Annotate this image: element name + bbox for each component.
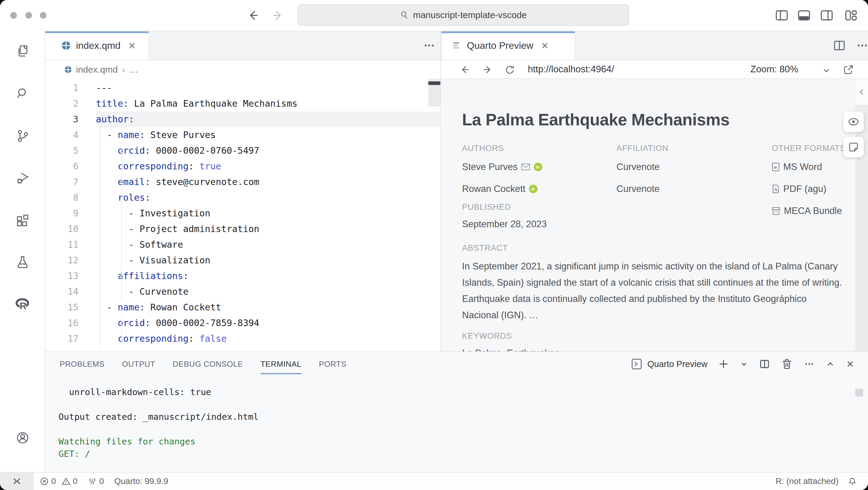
problems-status[interactable]: 0 0	[40, 477, 78, 486]
r-language-icon[interactable]: R	[16, 297, 30, 312]
orcid-icon[interactable]: iD	[534, 163, 542, 171]
testing-beaker-icon[interactable]	[16, 255, 30, 269]
bottom-panel: PROBLEMSOUTPUTDEBUG CONSOLETERMINALPORTS…	[45, 351, 868, 472]
split-terminal-icon[interactable]	[758, 358, 771, 370]
pdf-file-icon: A	[772, 185, 780, 193]
code-editor[interactable]: 1 --- 2 title: La Palma Earthquake Mecha…	[45, 79, 440, 351]
toggle-panel-icon[interactable]	[797, 8, 811, 23]
minimize-window-button[interactable]	[25, 12, 32, 19]
panel-tab[interactable]: TERMINAL	[260, 352, 301, 376]
preview-back-icon[interactable]	[459, 64, 471, 76]
open-external-icon[interactable]	[842, 64, 855, 76]
toggle-secondary-sidebar-icon[interactable]	[819, 8, 834, 23]
history-forward-button[interactable]	[271, 9, 284, 22]
panel-more-actions-icon[interactable]	[803, 358, 815, 370]
quarto-version[interactable]: Quarto: 99.9.9	[114, 477, 168, 486]
code-line[interactable]: 10 - Project administration	[45, 221, 440, 237]
command-center-search[interactable]: manuscript-template-vscode	[298, 4, 629, 26]
line-number: 16	[45, 315, 79, 331]
panel-tab[interactable]: OUTPUT	[122, 352, 155, 376]
zoom-window-button[interactable]	[40, 12, 46, 19]
format-link[interactable]: w MS Word	[772, 159, 846, 175]
tab-index-qmd[interactable]: index.qmd ×	[45, 31, 149, 60]
code-line[interactable]: 5 orcid: 0000-0002-0760-5497	[45, 143, 440, 159]
code-text: - Project administration	[96, 221, 440, 237]
titlebar: manuscript-template-vscode	[0, 0, 868, 31]
preview-reload-icon[interactable]	[504, 64, 516, 76]
r-status[interactable]: R: (not attached)	[775, 477, 838, 486]
zoom-chevron-down-icon[interactable]	[820, 64, 832, 76]
code-line[interactable]: 9 - Investigation	[45, 205, 440, 221]
line-number: 4	[45, 127, 79, 143]
maximize-panel-chevron-icon[interactable]	[825, 358, 835, 370]
panel-tab[interactable]: PORTS	[319, 352, 346, 376]
tab-quarto-preview[interactable]: Quarto Preview ×	[441, 31, 576, 60]
author-name: Rowan Cockett	[462, 181, 525, 197]
extensions-icon[interactable]	[16, 213, 30, 228]
split-editor-icon[interactable]	[832, 38, 847, 53]
account-icon[interactable]	[16, 431, 30, 445]
close-tab-icon[interactable]: ×	[128, 39, 135, 52]
panel-tab[interactable]: DEBUG CONSOLE	[173, 352, 243, 376]
source-control-icon[interactable]	[16, 129, 30, 143]
svg-text:A: A	[774, 188, 777, 192]
search-view-icon[interactable]	[16, 87, 30, 101]
code-line[interactable]: 4 - name: Steve Purves	[45, 127, 440, 143]
code-line[interactable]: 7 email: steve@curvenote.com	[45, 174, 440, 190]
code-line[interactable]: 1 ---	[45, 80, 440, 96]
code-line[interactable]: 17 corresponding: false	[45, 331, 440, 347]
breadcrumb[interactable]: index.qmd › …	[45, 60, 440, 79]
preview-note-button[interactable]	[843, 137, 864, 157]
quarto-file-icon	[62, 41, 70, 50]
breadcrumb-more[interactable]: …	[129, 64, 138, 75]
code-line[interactable]: 14 - Curvenote	[45, 284, 440, 299]
orcid-icon[interactable]: iD	[529, 185, 537, 193]
close-tab-icon[interactable]: ×	[541, 39, 548, 52]
preview-eye-button[interactable]	[843, 111, 864, 132]
code-line[interactable]: 13 affiliations:	[45, 268, 440, 284]
preview-url[interactable]: http://localhost:4964/	[528, 60, 614, 78]
code-line[interactable]: 8 roles:	[45, 190, 440, 205]
history-back-button[interactable]	[247, 9, 260, 22]
code-line[interactable]: 11 - Software	[45, 237, 440, 253]
code-line[interactable]: 6 corresponding: true	[45, 159, 440, 174]
terminal-name: Quarto Preview	[647, 359, 708, 369]
customize-layout-icon[interactable]	[843, 8, 858, 23]
preview-forward-icon[interactable]	[482, 64, 494, 76]
explorer-icon[interactable]	[16, 44, 30, 59]
code-line[interactable]: 12 - Visualization	[45, 253, 440, 268]
ports-status[interactable]: 0	[88, 477, 104, 486]
code-text: - name: Steve Purves	[96, 127, 440, 143]
preview-zoom-label[interactable]: Zoom: 80%	[750, 60, 798, 78]
format-link[interactable]: MECA Bundle	[772, 202, 846, 219]
more-actions-icon[interactable]	[855, 38, 868, 53]
preview-toolbar: http://localhost:4964/ Zoom: 80%	[441, 60, 868, 79]
terminal-dropdown-chevron-icon[interactable]	[740, 358, 749, 370]
code-line[interactable]: 2 title: La Palma Earthquake Mechanisms	[45, 96, 440, 111]
keywords-label: KEYWORDS	[462, 331, 559, 341]
code-text: - name: Rowan Cockett	[96, 299, 440, 315]
terminal-output[interactable]: unroll-markdown-cells: true Output creat…	[59, 386, 258, 460]
run-debug-icon[interactable]	[16, 170, 30, 185]
code-line[interactable]: 16 orcid: 0000-0002-7859-8394	[45, 315, 440, 331]
notifications-bell-icon[interactable]	[847, 477, 857, 486]
toggle-primary-sidebar-icon[interactable]	[775, 8, 789, 23]
editor-actions-more-icon[interactable]	[422, 38, 437, 53]
email-icon[interactable]	[521, 163, 530, 170]
kill-terminal-trash-icon[interactable]	[780, 358, 793, 370]
panel-scrollbar[interactable]	[855, 389, 863, 397]
code-text: ---	[96, 80, 440, 96]
terminal-selector[interactable]: Quarto Preview	[631, 357, 708, 371]
close-panel-icon[interactable]	[845, 358, 855, 370]
new-terminal-plus-icon[interactable]	[717, 358, 730, 370]
remote-indicator[interactable]	[0, 472, 34, 490]
format-link[interactable]: A PDF (agu)	[772, 181, 846, 197]
error-icon	[40, 477, 49, 486]
error-count: 0	[51, 477, 56, 486]
collapse-rail[interactable]	[855, 79, 868, 105]
close-window-button[interactable]	[10, 12, 17, 19]
breadcrumb-file[interactable]: index.qmd	[76, 64, 118, 75]
code-line[interactable]: 15 - name: Rowan Cockett	[45, 299, 440, 315]
panel-tab[interactable]: PROBLEMS	[60, 352, 105, 376]
code-line[interactable]: 3 author:	[45, 111, 440, 127]
